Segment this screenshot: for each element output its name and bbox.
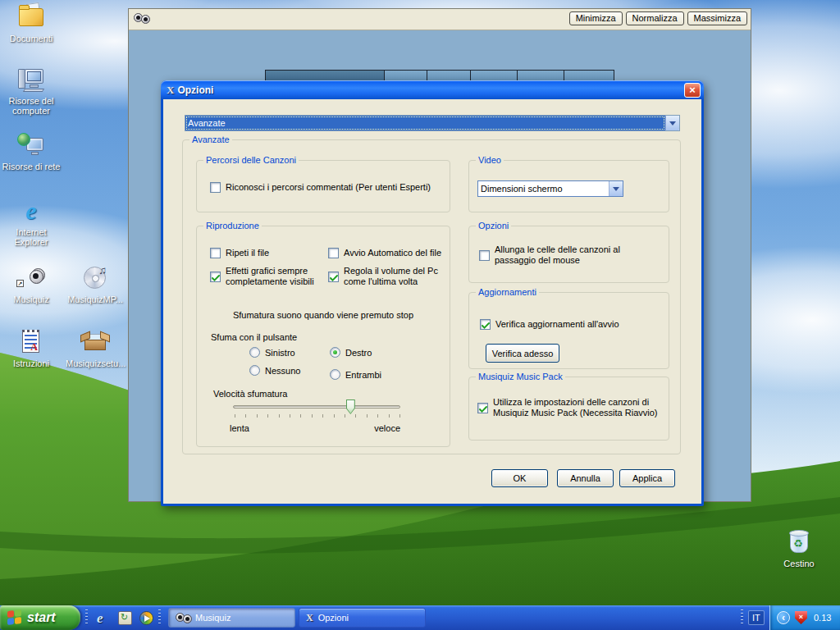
hourglass-icon: X [306,613,313,623]
radio-circle[interactable] [249,347,260,358]
slider-label: Velocità sfumatura [213,389,288,399]
radio-destro[interactable]: Destro [330,347,372,358]
security-alert-icon[interactable]: × [795,611,807,624]
avanzate-group: Avanzate Percorsi delle Canzoni Riconosc… [182,139,681,454]
riconosci-percorsi-checkbox[interactable]: Riconosci i percorsi commentati (Per ute… [210,182,448,193]
group-title: Aggiornamenti [476,287,539,297]
musiquiz-task-icon [176,613,190,623]
allunga-celle-checkbox[interactable]: Allunga le celle delle canzoni al passag… [479,244,660,266]
group-title: Opzioni [476,221,511,231]
desktop-icon-musiquizsetup[interactable]: Musiquizsetu... [66,328,125,368]
cd-icon: ♫ [84,267,106,289]
media-player-icon[interactable] [139,611,153,625]
checkbox-box[interactable] [480,319,491,330]
desktop-icon-cestino[interactable]: ♻ Cestino [773,528,825,568]
taskbar-separator [741,609,743,626]
fade-button-label: Sfuma con il pulsante [211,332,297,342]
icon-label[interactable]: Risorse del computer [2,96,61,116]
normalizza-button[interactable]: Normalizza [626,11,684,25]
icon-label[interactable]: MusiquizMP... [66,294,125,304]
fade-speed-slider[interactable] [233,399,400,415]
chevron-down-icon[interactable] [609,181,623,196]
recycle-bin-icon: ♻ [790,532,808,553]
dialog-title: Opzioni [177,84,213,96]
taskbar-separator [158,609,161,626]
desktop-icon-musiquiz[interactable]: ↗ Musiquiz [2,264,61,304]
internet-explorer-quicklaunch-icon[interactable]: e [97,611,111,625]
applica-button[interactable]: Applica [619,469,675,487]
slider-ticks [235,414,400,418]
radio-entrambi[interactable]: Entrambi [330,369,381,380]
desktop-icon-internet-explorer[interactable]: e Internet Explorer [2,197,61,247]
radio-circle[interactable] [249,365,260,376]
icon-label[interactable]: Documenti [2,34,61,43]
language-indicator[interactable]: IT [748,610,765,625]
verifica-adesso-button[interactable]: Verifica adesso [486,344,559,363]
start-button[interactable]: start [0,605,80,630]
radio-circle[interactable] [330,347,340,358]
slider-track[interactable] [233,405,400,409]
desktop: Documenti Risorse del computer Risorse d… [0,0,840,630]
fade-caption: Sfumatura suono quando viene premuto sto… [197,310,450,320]
slider-max-label: veloce [328,423,400,433]
music-pack-group: Musiquiz Music Pack Utilizza le impostaz… [468,377,669,441]
radio-sinistro[interactable]: Sinistro [249,347,295,358]
music-pack-checkbox[interactable]: Utilizza le impostazioni delle canzoni d… [477,397,666,418]
riproduzione-group: Riproduzione Ripeti il file Avvio Automa… [196,226,450,447]
massimizza-button[interactable]: Massimizza [687,11,747,25]
group-title: Avanzate [189,135,232,144]
annulla-button[interactable]: Annulla [557,469,614,487]
show-desktop-icon[interactable] [118,611,132,625]
radio-nessuno[interactable]: Nessuno [249,365,300,376]
effetti-grafici-checkbox[interactable]: Effetti grafici sempre completamente vis… [210,266,329,287]
desktop-icon-documenti[interactable]: Documenti [2,3,61,43]
checkbox-box[interactable] [477,403,488,413]
shortcut-arrow-icon: ↗ [16,280,24,287]
computer-icon [17,66,45,94]
dimensioni-schermo-dropdown[interactable]: Dimensioni schermo [477,180,623,197]
checkbox-box[interactable] [479,250,490,261]
checkbox-box[interactable] [328,248,339,258]
task-button-musiquiz[interactable]: Musiquiz [168,608,295,628]
icon-label[interactable]: Istruzioni [2,358,61,368]
verifica-aggiornamenti-checkbox[interactable]: Verifica aggiornamenti all'avvio [480,319,619,330]
radio-circle[interactable] [330,369,340,380]
slider-thumb[interactable] [346,399,355,414]
opzioni-dialog: X Opzioni × Avanzate Avanzate Percorsi d… [161,80,704,506]
checkbox-box[interactable] [210,272,221,282]
icon-label[interactable]: Internet Explorer [2,227,61,247]
desktop-icon-istruzioni[interactable]: A Istruzioni [2,328,61,368]
desktop-icon-risorse-rete[interactable]: Risorse di rete [0,131,62,171]
musiquiz-icon: ↗ [17,268,45,286]
system-tray: ‹ × 0.13 [769,605,840,630]
task-button-opzioni[interactable]: X Opzioni [299,608,426,628]
hide-icons-chevron-icon[interactable]: ‹ [777,611,790,624]
icon-label[interactable]: Risorse di rete [0,162,62,171]
minimizza-button[interactable]: Minimizza [569,11,623,25]
icon-label[interactable]: Cestino [773,559,825,568]
icon-label[interactable]: Musiquiz [2,294,61,304]
avvio-automatico-checkbox[interactable]: Avvio Automatico del file [328,248,441,258]
video-group: Video Dimensioni schermo [468,160,669,212]
network-icon [17,131,45,159]
checkbox-box[interactable] [210,248,221,258]
opzioni-group: Opzioni Allunga le celle delle canzoni a… [468,226,669,283]
checkbox-box[interactable] [210,182,221,193]
document-icon: A [22,330,39,353]
clock: 0.13 [814,613,831,623]
percorsi-group: Percorsi delle Canzoni Riconosci i perco… [196,160,450,212]
dialog-titlebar[interactable]: X Opzioni × [161,80,704,99]
chevron-down-icon[interactable] [665,116,679,130]
windows-logo-icon [7,609,22,626]
desktop-icon-musiquizmp[interactable]: ♫ MusiquizMP... [66,264,125,304]
checkbox-box[interactable] [328,272,339,282]
ripeti-file-checkbox[interactable]: Ripeti il file [210,248,269,258]
desktop-icon-risorse-computer[interactable]: Risorse del computer [2,66,61,116]
ok-button[interactable]: OK [491,469,548,487]
close-icon[interactable]: × [684,83,701,98]
regola-volume-checkbox[interactable]: Regola il volume del Pc come l'ultima vo… [328,266,447,287]
category-dropdown[interactable]: Avanzate [185,115,680,131]
category-dropdown-value: Avanzate [185,116,665,130]
icon-label[interactable]: Musiquizsetu... [66,358,125,368]
aggiornamenti-group: Aggiornamenti Verifica aggiornamenti all… [468,292,669,369]
